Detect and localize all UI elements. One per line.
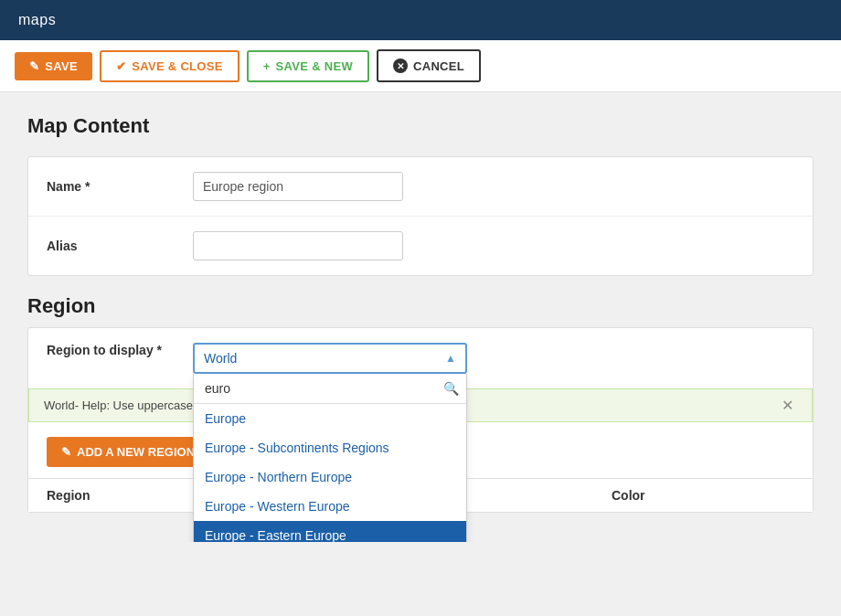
dropdown-item-europe[interactable]: Europe bbox=[194, 404, 466, 433]
main-content: Map Content Name * Alias Region Region t… bbox=[0, 92, 841, 542]
save-close-button[interactable]: ✔ SAVE & CLOSE bbox=[100, 50, 240, 82]
save-button[interactable]: ✎ SAVE bbox=[15, 52, 92, 80]
save-icon: ✎ bbox=[29, 59, 39, 73]
top-bar: maps bbox=[0, 0, 841, 40]
alias-label: Alias bbox=[47, 239, 193, 253]
name-label: Name * bbox=[47, 179, 193, 194]
chevron-up-icon: ▲ bbox=[445, 352, 456, 365]
region-card: Region to display * World ▲ 🔍 Europe E bbox=[27, 327, 814, 513]
dropdown-selected-value: World bbox=[204, 351, 237, 366]
region-section-title: Region bbox=[27, 294, 814, 318]
search-icon: 🔍 bbox=[443, 381, 459, 396]
alias-row: Alias bbox=[28, 217, 813, 275]
region-dropdown-selected[interactable]: World ▲ bbox=[193, 343, 467, 374]
toolbar: ✎ SAVE ✔ SAVE & CLOSE + SAVE & NEW ✕ CAN… bbox=[0, 40, 841, 92]
app-title: maps bbox=[18, 12, 56, 28]
cancel-button[interactable]: ✕ CANCEL bbox=[377, 49, 481, 82]
region-display-row: Region to display * World ▲ 🔍 Europe E bbox=[28, 328, 813, 388]
region-dropdown-panel: 🔍 Europe Europe - Subcontinents Regions … bbox=[193, 374, 467, 542]
map-content-card: Name * Alias bbox=[27, 156, 814, 276]
close-circle-icon: ✕ bbox=[393, 58, 408, 73]
region-display-label: Region to display * bbox=[47, 343, 193, 357]
dropdown-item-northern[interactable]: Europe - Northern Europe bbox=[194, 462, 466, 492]
name-row: Name * bbox=[28, 157, 813, 217]
help-close-button[interactable]: ✕ bbox=[778, 397, 797, 414]
dropdown-item-subcontinents[interactable]: Europe - Subcontinents Regions bbox=[194, 433, 466, 462]
section-title: Map Content bbox=[27, 114, 814, 138]
dropdown-search-row: 🔍 bbox=[194, 374, 466, 404]
check-icon: ✔ bbox=[116, 59, 126, 73]
help-text: World- Help: Use uppercase IS bbox=[44, 398, 208, 412]
save-new-button[interactable]: + SAVE & NEW bbox=[247, 50, 369, 82]
table-col-color-header: Color bbox=[612, 488, 794, 503]
dropdown-search-input[interactable] bbox=[201, 377, 443, 399]
name-input[interactable] bbox=[193, 172, 403, 201]
edit-icon: ✎ bbox=[61, 445, 71, 459]
dropdown-item-western[interactable]: Europe - Western Europe bbox=[194, 492, 466, 521]
plus-icon: + bbox=[263, 59, 271, 73]
dropdown-item-eastern[interactable]: Europe - Eastern Europe bbox=[194, 521, 466, 542]
region-dropdown-container: World ▲ 🔍 Europe Europe - Subcontinents … bbox=[193, 343, 467, 374]
alias-input[interactable] bbox=[193, 231, 403, 260]
